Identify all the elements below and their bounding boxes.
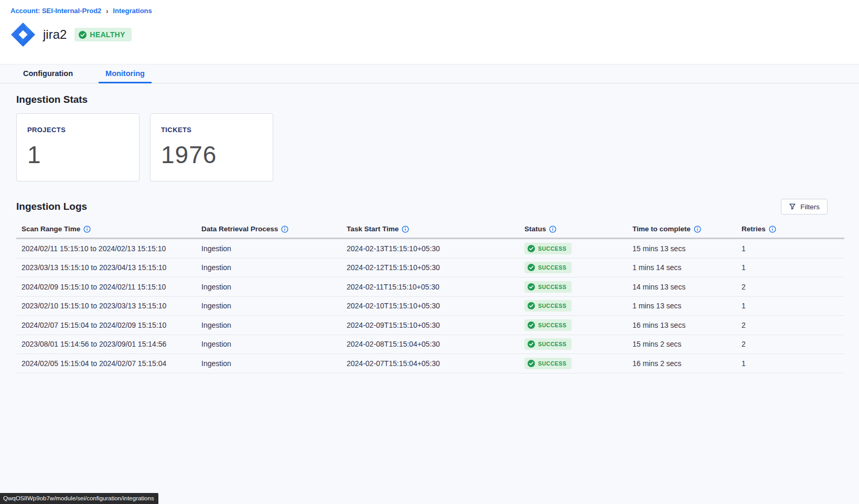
cell-status: SUCCESS — [519, 319, 627, 331]
breadcrumb: Account: SEI-Internal-Prod2 ›​ Integrati… — [10, 7, 859, 15]
status-badge: SUCCESS — [524, 338, 572, 350]
cell-time-to-complete: 15 mins 13 secs — [627, 244, 736, 253]
cell-retries: 2 — [736, 321, 844, 329]
status-badge-label: SUCCESS — [538, 245, 566, 252]
column-header-scan-range-time: Scan Range Time — [16, 225, 196, 233]
cell-time-to-complete: 14 mins 13 secs — [627, 283, 736, 291]
stat-value: 1 — [27, 141, 128, 169]
filters-button-label: Filters — [800, 203, 820, 211]
cell-task-start-time: 2024-02-13T15:15:10+05:30 — [341, 244, 519, 253]
status-badge: SUCCESS — [524, 300, 572, 312]
cell-status: SUCCESS — [519, 358, 627, 369]
column-header-data-retrieval-process: Data Retrieval Process — [196, 225, 341, 233]
integration-title-row: jira2 HEALTHY — [10, 22, 859, 47]
column-header-retries: Retries — [736, 225, 844, 233]
tabs-bar: Configuration Monitoring — [0, 65, 859, 83]
status-badge: SUCCESS — [524, 319, 572, 331]
table-header-row: Scan Range Time Data Retrieval Process T… — [16, 222, 844, 239]
cell-task-start-time: 2024-02-12T15:15:10+05:30 — [341, 263, 519, 272]
cell-time-to-complete: 16 mins 13 secs — [627, 321, 736, 329]
table-row: 2023/02/10 15:15:10 to 2023/03/13 15:15:… — [16, 297, 844, 316]
cell-status: SUCCESS — [519, 262, 627, 273]
health-badge-label: HEALTHY — [90, 30, 125, 39]
breadcrumb-account-link[interactable]: Account: SEI-Internal-Prod2 — [10, 7, 101, 15]
info-icon[interactable] — [549, 226, 556, 233]
ingestion-logs-heading: Ingestion Logs — [16, 201, 87, 212]
info-icon[interactable] — [281, 226, 288, 233]
column-header-time-to-complete: Time to complete — [627, 225, 736, 233]
cell-time-to-complete: 15 mins 2 secs — [627, 340, 736, 348]
cell-time-to-complete: 1 mins 13 secs — [627, 302, 736, 310]
status-badge-label: SUCCESS — [538, 341, 566, 347]
check-circle-icon — [528, 321, 535, 329]
info-icon[interactable] — [83, 226, 91, 233]
cell-scan-range-time: 2023/08/01 15:14:56 to 2023/09/01 15:14:… — [16, 340, 196, 348]
column-label: Task Start Time — [347, 225, 399, 233]
column-label: Time to complete — [632, 225, 691, 233]
stat-label: PROJECTS — [27, 126, 128, 134]
cell-retries: 1 — [736, 359, 844, 368]
cell-task-start-time: 2024-02-07T15:15:04+05:30 — [341, 359, 519, 368]
table-row: 2024/02/09 15:15:10 to 2024/02/11 15:15:… — [16, 277, 844, 297]
stat-label: TICKETS — [161, 126, 262, 134]
tab-configuration[interactable]: Configuration — [16, 65, 80, 83]
column-label: Scan Range Time — [22, 225, 80, 233]
table-row: 2024/02/11 15:15:10 to 2024/02/13 15:15:… — [16, 239, 844, 259]
cell-scan-range-time: 2024/02/09 15:15:10 to 2024/02/11 15:15:… — [16, 283, 196, 291]
cell-retries: 1 — [736, 263, 844, 272]
cell-retries: 1 — [736, 302, 844, 310]
status-badge: SUCCESS — [524, 262, 572, 273]
cell-scan-range-time: 2023/02/10 15:15:10 to 2023/03/13 15:15:… — [16, 302, 196, 310]
column-label: Data Retrieval Process — [201, 225, 278, 233]
jira-logo-icon — [10, 22, 36, 47]
check-circle-icon — [528, 264, 535, 271]
check-circle-icon — [528, 245, 535, 252]
cell-retries: 2 — [736, 283, 844, 291]
status-badge-label: SUCCESS — [538, 303, 566, 309]
cell-scan-range-time: 2024/02/05 15:15:04 to 2024/02/07 15:15:… — [16, 359, 196, 368]
filters-button[interactable]: Filters — [781, 199, 828, 215]
cell-retries: 2 — [736, 340, 844, 348]
stat-value: 1976 — [161, 141, 262, 169]
cell-data-retrieval-process: Ingestion — [196, 359, 341, 368]
cell-time-to-complete: 1 mins 14 secs — [627, 263, 736, 272]
tab-monitoring[interactable]: Monitoring — [99, 65, 152, 83]
cell-status: SUCCESS — [519, 300, 627, 312]
table-row: 2024/02/07 15:15:04 to 2024/02/09 15:15:… — [16, 316, 844, 335]
column-label: Retries — [742, 225, 766, 233]
cell-status: SUCCESS — [519, 281, 627, 293]
status-url-tooltip: QwqOSlIWp9ob7w/module/sei/configuration/… — [0, 493, 158, 504]
table-body: 2024/02/11 15:15:10 to 2024/02/13 15:15:… — [16, 239, 844, 373]
stat-card-tickets: TICKETS 1976 — [150, 113, 273, 181]
column-header-task-start-time: Task Start Time — [341, 225, 519, 233]
chevron-right-icon: ›​ — [106, 6, 108, 15]
cell-data-retrieval-process: Ingestion — [196, 340, 341, 348]
cell-data-retrieval-process: Ingestion — [196, 321, 341, 329]
check-circle-icon — [528, 360, 535, 367]
status-badge: SUCCESS — [524, 281, 572, 293]
table-row: 2023/08/01 15:14:56 to 2023/09/01 15:14:… — [16, 335, 844, 355]
page-header: Account: SEI-Internal-Prod2 ›​ Integrati… — [0, 0, 859, 65]
cell-data-retrieval-process: Ingestion — [196, 302, 341, 310]
cell-task-start-time: 2024-02-11T15:15:10+05:30 — [341, 283, 519, 291]
cell-data-retrieval-process: Ingestion — [196, 263, 341, 272]
info-icon[interactable] — [694, 226, 701, 233]
cell-task-start-time: 2024-02-09T15:15:10+05:30 — [341, 321, 519, 329]
filter-funnel-icon — [789, 203, 796, 210]
cell-time-to-complete: 16 mins 2 secs — [627, 359, 736, 368]
cell-status: SUCCESS — [519, 338, 627, 350]
breadcrumb-integrations-link[interactable]: Integrations — [113, 7, 152, 15]
ingestion-logs-header-row: Ingestion Logs Filters — [16, 199, 843, 215]
health-status-badge: HEALTHY — [74, 28, 131, 41]
check-circle-icon — [79, 31, 87, 39]
status-badge-label: SUCCESS — [538, 360, 566, 367]
cell-scan-range-time: 2023/03/13 15:15:10 to 2023/04/13 15:15:… — [16, 263, 196, 272]
cell-status: SUCCESS — [519, 243, 627, 254]
status-badge-label: SUCCESS — [538, 264, 566, 271]
cell-data-retrieval-process: Ingestion — [196, 244, 341, 253]
info-icon[interactable] — [402, 226, 409, 233]
table-row: 2024/02/05 15:15:04 to 2024/02/07 15:15:… — [16, 354, 844, 373]
cell-retries: 1 — [736, 244, 844, 253]
info-icon[interactable] — [769, 226, 776, 233]
check-circle-icon — [528, 283, 535, 291]
